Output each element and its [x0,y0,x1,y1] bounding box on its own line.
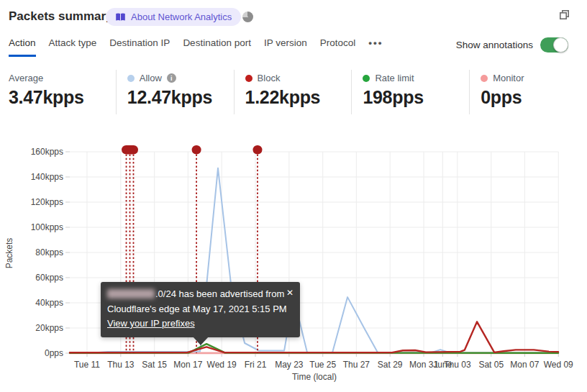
tab-attack-type[interactable]: Attack type [49,37,97,57]
stat-label: Monitor [493,73,524,83]
annotation-marker[interactable] [122,145,138,155]
x-axis-tick-label: Wed 19 [207,360,237,370]
about-network-analytics-badge[interactable]: About Network Analytics [106,8,241,26]
stat-average: Average 3.47kpps [9,70,116,114]
stat-label: Average [9,73,43,83]
stat-rate-limit: Rate limit 198pps [351,70,469,114]
x-axis-tick-label: Thu 03 [444,360,470,370]
show-annotations-control: Show annotations [456,37,568,53]
block-legend-dot [245,75,252,82]
rate-limit-legend-dot [363,75,370,82]
y-axis-tick-label: 100kpps [24,222,63,232]
stat-allow: Allow i 12.47kpps [116,70,234,114]
x-axis-tick-label: Sat 15 [142,360,167,370]
tab-destination-port[interactable]: Destination port [183,37,251,57]
tooltip-caret [193,337,209,345]
view-ip-prefixes-link[interactable]: View your IP prefixes [107,318,195,329]
stat-label: Allow [140,73,162,83]
stat-value: 1.22kpps [245,87,352,108]
stat-block: Block 1.22kpps [234,70,352,114]
allow-legend-dot [127,75,135,82]
stat-value: 3.47kpps [9,87,116,108]
x-axis-tick-label: Thu 27 [343,360,370,370]
stat-value: 0pps [481,87,587,108]
x-axis-title: Time (local) [70,372,559,382]
stat-monitor: Monitor 0pps [469,70,587,114]
redacted-ip-prefix [107,289,155,298]
x-axis-tick-label: Sat 05 [478,360,504,370]
x-axis-tick-label: Fri 21 [245,360,267,370]
y-axis-tick-label: 140kpps [24,172,63,182]
restore-window-icon[interactable] [558,9,570,24]
x-axis-tick-label: Tue 11 [74,360,100,370]
info-icon[interactable]: i [167,73,176,83]
y-axis-tick-label: 20kpps [24,323,63,333]
x-axis-tick-label: Tue 25 [309,360,336,370]
stats-row: Average 3.47kpps Allow i 12.47kpps Block… [9,70,587,114]
y-axis-title: Packets [4,228,14,278]
annotation-marker[interactable] [252,145,262,155]
more-tabs-button[interactable]: ••• [368,37,383,57]
y-axis-tick-label: 40kpps [24,298,63,308]
tab-protocol[interactable]: Protocol [320,37,356,57]
page-title: Packets summary [9,9,113,24]
y-axis-tick-label: 0pps [24,348,63,358]
book-icon [115,13,126,22]
annotation-tooltip: ✕ .0/24 has been advertised from Cloudfl… [101,282,300,337]
stat-label: Rate limit [375,73,414,83]
tooltip-line-1: .0/24 has been advertised from [107,287,290,302]
show-annotations-toggle[interactable] [540,37,568,53]
toggle-knob [553,37,568,53]
badge-label: About Network Analytics [131,12,232,22]
packets-time-series-chart[interactable]: 0pps20kpps40kpps60kpps80kpps100kpps120kp… [0,140,587,392]
x-axis-tick-label: Sat 29 [378,360,403,370]
y-axis-tick-label: 80kpps [24,247,63,257]
chart-canvas [0,140,587,392]
x-axis-tick-label: Mon 07 [510,360,539,370]
tab-action[interactable]: Action [9,37,36,57]
x-axis-tick-label: Mon 17 [173,360,202,370]
y-axis-tick-label: 60kpps [24,273,63,283]
x-axis-tick-label: Thu 13 [107,360,134,370]
tab-destination-ip[interactable]: Destination IP [109,37,170,57]
tooltip-line-2: Cloudflare's edge at May 17, 2021 5:15 P… [107,302,290,317]
stat-value: 12.47kpps [127,87,234,108]
y-axis-tick-label: 160kpps [24,147,63,157]
show-annotations-label: Show annotations [456,40,533,50]
stat-value: 198pps [363,87,469,108]
x-axis-tick-label: May 23 [275,360,303,370]
annotation-marker[interactable] [192,145,201,155]
x-axis-tick-label: Wed 09 [544,360,573,370]
loading-pie-icon [242,12,253,22]
monitor-legend-dot [481,75,488,82]
y-axis-tick-label: 120kpps [24,197,63,207]
packets-summary-panel: Packets summary About Network Analytics … [0,0,587,392]
close-icon[interactable]: ✕ [286,286,294,301]
tab-ip-version[interactable]: IP version [264,37,307,57]
tab-bar: Action Attack type Destination IP Destin… [9,37,383,57]
stat-label: Block [258,73,281,83]
